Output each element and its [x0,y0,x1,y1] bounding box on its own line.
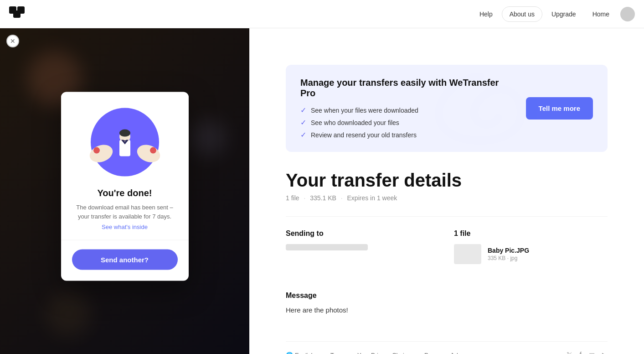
promo-feature-2: ✓ See who downloaded your files [300,118,511,127]
file-thumbnail [454,244,481,264]
promo-feature-3: ✓ Review and resend your old transfers [300,130,511,139]
instagram-icon[interactable]: ◻ [589,351,595,354]
footer-jobs[interactable]: Jobs [450,352,463,354]
svg-rect-2 [13,10,21,18]
check-icon-3: ✓ [300,130,306,139]
promo-content: Manage your transfers easily with WeTran… [300,78,511,139]
tell-me-more-button[interactable]: Tell me more [526,97,593,120]
globe-icon: 🌐 [286,352,293,354]
file-size: 335.1 KB [310,194,336,202]
language-selector[interactable]: 🌐 English ▾ [286,352,319,354]
footer-social: 𝕏 f ◻ ▶ [567,351,608,354]
svg-point-7 [150,147,156,154]
promo-banner: Manage your transfers easily with WeTran… [286,65,608,152]
svg-point-10 [119,130,130,137]
success-desc: The download email has been sent – your … [72,203,178,221]
message-text: Here are the photos! [286,306,439,314]
file-info: Baby Pic.JPG 335 KB · jpg [488,247,529,261]
logo [9,6,27,22]
avatar[interactable] [620,7,635,21]
chevron-down-icon: ▾ [316,352,319,354]
main-layout: ✕ [0,28,644,354]
facebook-icon[interactable]: f [580,351,582,354]
file-meta: 335 KB · jpg [488,255,529,261]
check-icon-2: ✓ [300,118,306,127]
navbar-right: Help About us Upgrade Home [472,6,635,22]
success-card-body: You're done! The download email has been… [61,188,189,231]
files-section: 1 file Baby Pic.JPG 335 KB · jpg [454,229,608,264]
upgrade-button[interactable]: Upgrade [544,7,583,21]
check-icon-1: ✓ [300,106,306,115]
right-footer: 🌐 English ▾ Terms Your Privacy Choices P… [286,341,608,354]
see-whats-inside-link[interactable]: See what's inside [102,224,148,230]
files-label: 1 file [454,229,608,238]
navbar: Help About us Upgrade Home [0,0,644,28]
sending-to-label: Sending to [286,229,439,238]
footer-terms[interactable]: Terms [330,352,346,354]
about-button[interactable]: About us [502,6,542,22]
send-another-button[interactable]: Send another? [72,250,178,270]
right-panel: Manage your transfers easily with WeTran… [249,28,644,354]
success-title: You're done! [72,188,178,198]
transfer-grid: Sending to 1 file Baby Pic.JPG 335 KB · … [286,216,608,314]
success-illustration [61,92,189,188]
svg-point-6 [93,147,100,154]
youtube-icon[interactable]: ▶ [602,351,608,354]
footer-privacy[interactable]: Your Privacy Choices [357,352,413,354]
transfer-meta: 1 file · 335.1 KB · Expires in 1 week [286,194,608,202]
file-count: 1 file [286,194,299,202]
sending-to-section: Sending to [286,229,439,264]
transfer-heading: Your transfer details [286,170,608,191]
success-card: You're done! The download email has been… [61,92,189,281]
expiry: Expires in 1 week [347,194,397,202]
twitter-icon[interactable]: 𝕏 [567,351,572,354]
navbar-left [9,6,27,22]
help-button[interactable]: Help [472,7,500,21]
message-label: Message [286,292,439,300]
message-section: Message Here are the photos! [286,292,439,314]
promo-cta: Tell me more [526,97,593,120]
email-redacted [286,244,368,250]
promo-feature-1: ✓ See when your files were downloaded [300,106,511,115]
home-button[interactable]: Home [585,7,617,21]
promo-title: Manage your transfers easily with WeTran… [300,78,511,99]
close-button[interactable]: ✕ [6,35,19,47]
file-item: Baby Pic.JPG 335 KB · jpg [454,244,608,264]
svg-rect-12 [122,141,128,141]
footer-press[interactable]: Press [424,352,439,354]
left-panel: ✕ [0,28,249,354]
file-name: Baby Pic.JPG [488,247,529,254]
promo-list: ✓ See when your files were downloaded ✓ … [300,106,511,139]
